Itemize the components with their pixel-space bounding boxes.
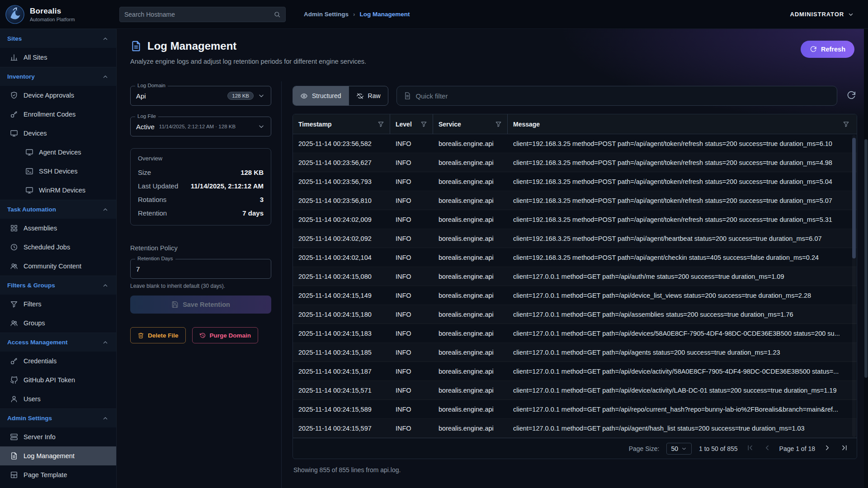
breadcrumb-log-management[interactable]: Log Management [360, 11, 410, 18]
sidebar-item-winrm-devices[interactable]: WinRM Devices [0, 181, 116, 200]
page-size-value: 50 [671, 445, 678, 452]
overview-label: Size [138, 169, 151, 176]
save-retention-label: Save Retention [183, 301, 230, 308]
log-management-icon [130, 40, 142, 52]
table-row[interactable]: 2025-11-14 00:24:15,080INFOborealis.engi… [293, 267, 857, 286]
cell-svc: borealis.engine.api [433, 292, 508, 299]
sidebar-item-groups[interactable]: Groups [0, 314, 116, 333]
sidebar-item-filters[interactable]: Filters [0, 295, 116, 314]
sidebar-section-inventory[interactable]: Inventory [0, 67, 116, 86]
cell-msg: client=192.168.3.25 method=POST path=/ap… [508, 197, 857, 204]
sidebar-item-page-template[interactable]: Page Template [0, 465, 116, 484]
purge-domain-button[interactable]: Purge Domain [192, 327, 259, 343]
sidebar-item-users[interactable]: Users [0, 389, 116, 408]
sidebar-item-all-sites[interactable]: All Sites [0, 48, 116, 67]
scrollbar-thumb[interactable] [864, 139, 868, 378]
table-row[interactable]: 2025-11-14 00:24:15,185INFOborealis.engi… [293, 343, 857, 362]
cell-svc: borealis.engine.api [433, 349, 508, 356]
sidebar-item-server-info[interactable]: Server Info [0, 427, 116, 446]
table-refresh-button[interactable] [845, 90, 857, 102]
overview-row: Rotations3 [138, 192, 264, 206]
table-row[interactable]: 2025-11-14 00:23:56,627INFOborealis.engi… [293, 153, 857, 172]
sidebar-section-sites[interactable]: Sites [0, 29, 116, 48]
raw-mode-button[interactable]: Raw [349, 86, 388, 105]
filter-icon[interactable] [495, 121, 502, 127]
sidebar-item-log-management[interactable]: Log Management [0, 446, 116, 465]
table-row[interactable]: 2025-11-14 00:23:56,582INFOborealis.engi… [293, 134, 857, 153]
sidebar-item-scheduled-jobs[interactable]: Scheduled Jobs [0, 238, 116, 257]
table-row[interactable]: 2025-11-14 00:24:15,597INFOborealis.engi… [293, 419, 857, 438]
breadcrumb-admin-settings[interactable]: Admin Settings [304, 11, 349, 18]
user-menu[interactable]: ADMINISTRATOR [790, 11, 854, 18]
filter-icon[interactable] [843, 121, 849, 127]
quick-filter[interactable] [396, 86, 837, 106]
sidebar-item-devices[interactable]: Devices [0, 124, 116, 143]
sidebar-item-agent-devices[interactable]: Agent Devices [0, 143, 116, 162]
sidebar-item-label: SSH Devices [39, 168, 77, 175]
table-row[interactable]: 2025-11-14 00:23:56,810INFOborealis.engi… [293, 191, 857, 210]
previous-page-button[interactable] [762, 444, 772, 454]
next-page-button[interactable] [822, 444, 832, 454]
sidebar-item-label: Enrollment Codes [24, 111, 75, 118]
cell-msg: client=127.0.0.1 method=GET path=/api/de… [508, 292, 857, 299]
sidebar-section-admin-settings[interactable]: Admin Settings [0, 408, 116, 427]
sidebar-item-community-content[interactable]: Community Content [0, 257, 116, 276]
table-row[interactable]: 2025-11-14 00:23:56,793INFOborealis.engi… [293, 172, 857, 191]
structured-mode-button[interactable]: Structured [293, 86, 349, 105]
section-label: Filters & Groups [7, 282, 55, 289]
page-scrollbar[interactable] [864, 29, 868, 488]
column-header-timestamp[interactable]: Timestamp [293, 114, 390, 134]
sidebar-item-enrollment-codes[interactable]: Enrollment Codes [0, 105, 116, 124]
column-header-service[interactable]: Service [433, 114, 508, 134]
table-row[interactable]: 2025-11-14 00:24:02,009INFOborealis.engi… [293, 210, 857, 229]
filter-icon[interactable] [377, 121, 384, 127]
sidebar-section-access-management[interactable]: Access Management [0, 333, 116, 352]
log-domain-select[interactable]: Log Domain Api 128 KB [130, 86, 271, 106]
scrollbar-thumb[interactable] [852, 138, 856, 258]
sidebar-item-github-api-token[interactable]: GitHub API Token [0, 371, 116, 389]
previous-page-icon [763, 444, 771, 452]
table-row[interactable]: 2025-11-14 00:24:02,104INFOborealis.engi… [293, 248, 857, 267]
hostname-search[interactable] [119, 7, 286, 22]
sidebar-item-device-approvals[interactable]: Device Approvals [0, 86, 116, 105]
save-retention-button[interactable]: Save Retention [130, 296, 271, 314]
cell-svc: borealis.engine.api [433, 159, 508, 166]
refresh-button[interactable]: Refresh [801, 41, 854, 58]
search-input[interactable] [124, 11, 270, 18]
log-file-select[interactable]: Log File Active 11/14/2025, 2:12:12 AM ·… [130, 117, 271, 136]
last-page-button[interactable] [840, 444, 849, 454]
table-row[interactable]: 2025-11-14 00:24:15,180INFOborealis.engi… [293, 305, 857, 324]
delete-file-button[interactable]: Delete File [130, 327, 186, 343]
sidebar-section-task-automation[interactable]: Task Automation [0, 200, 116, 219]
sidebar-item-assemblies[interactable]: Assemblies [0, 219, 116, 238]
retention-days-input[interactable] [136, 265, 265, 273]
brand[interactable]: Borealis Automation Platform [0, 4, 117, 25]
cell-lvl: INFO [390, 235, 433, 242]
retention-days-field[interactable]: Retention Days [130, 259, 271, 279]
cell-msg: client=192.168.3.25 method=POST path=/ap… [508, 159, 857, 166]
table-row[interactable]: 2025-11-14 00:24:02,092INFOborealis.engi… [293, 229, 857, 248]
table-row[interactable]: 2025-11-14 00:24:15,589INFOborealis.engi… [293, 400, 857, 419]
filter-icon[interactable] [420, 121, 427, 127]
log-controls-panel: Log Domain Api 128 KB Log File Active 11… [130, 81, 271, 488]
table-row[interactable]: 2025-11-14 00:24:15,183INFOborealis.engi… [293, 324, 857, 343]
column-header-level[interactable]: Level [390, 114, 433, 134]
column-header-message[interactable]: Message [508, 114, 857, 134]
cell-msg: client=192.168.3.25 method=POST path=/ap… [508, 140, 857, 147]
sidebar-item-credentials[interactable]: Credentials [0, 352, 116, 371]
app-root: Borealis Automation Platform Admin Setti… [0, 0, 868, 488]
sidebar-section-filters-groups[interactable]: Filters & Groups [0, 276, 116, 295]
first-page-button[interactable] [745, 444, 755, 454]
table-row[interactable]: 2025-11-14 00:24:15,187INFOborealis.engi… [293, 362, 857, 381]
table-scrollbar[interactable] [852, 135, 856, 437]
sidebar-item-ssh-devices[interactable]: SSH Devices [0, 162, 116, 181]
overview-row: Size128 KB [138, 165, 264, 179]
page-size-select[interactable]: 50 [666, 443, 692, 455]
cell-lvl: INFO [390, 197, 433, 204]
viewer-toolbar: Structured Raw [292, 86, 857, 106]
refresh-icon [810, 46, 817, 53]
table-row[interactable]: 2025-11-14 00:24:15,149INFOborealis.engi… [293, 286, 857, 305]
quick-filter-input[interactable] [416, 92, 830, 100]
table-row[interactable]: 2025-11-14 00:24:15,571INFOborealis.engi… [293, 381, 857, 400]
main-content: Log Management Analyze engine logs and a… [117, 29, 868, 488]
